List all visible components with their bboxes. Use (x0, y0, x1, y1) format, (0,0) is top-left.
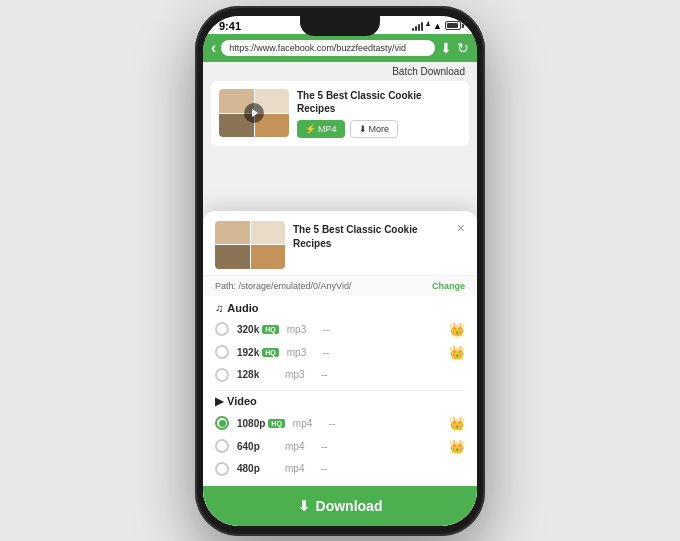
format-1080p: mp4 (293, 418, 321, 429)
modal-body: ♫ Audio 320k HQ mp3 -- 👑 (203, 296, 477, 486)
hq-badge-192k: HQ (262, 348, 279, 357)
hq-badge-320k: HQ (262, 325, 279, 334)
bluetooth-icon: ⁴ (426, 21, 430, 31)
phone-wrapper: 9:41 ⁴ ▲ ‹ http (190, 0, 490, 541)
more-button[interactable]: ⬇ More (350, 120, 399, 138)
size-128k: -- (321, 369, 465, 380)
hq-badge-1080p: HQ (268, 419, 285, 428)
phone-frame: 9:41 ⁴ ▲ ‹ http (195, 6, 485, 536)
radio-1080p[interactable] (215, 416, 229, 430)
notch (300, 16, 380, 36)
video-actions: ⚡ MP4 ⬇ More (297, 120, 461, 138)
video-option-640p[interactable]: 640p mp4 -- 👑 (215, 435, 465, 458)
radio-192k[interactable] (215, 345, 229, 359)
modal-path: Path: /storage/emulated/0/AnyVid/ Change (203, 276, 477, 296)
video-option-480p[interactable]: 480p mp4 -- (215, 458, 465, 480)
quality-192k: 192k HQ (237, 347, 279, 358)
app-content: Batch Download (203, 62, 477, 526)
video-thumbnail (219, 89, 289, 137)
video-card-title: The 5 Best Classic Cookie Recipes (297, 89, 461, 115)
radio-320k[interactable] (215, 322, 229, 336)
quality-640p: 640p (237, 441, 277, 452)
format-192k: mp3 (287, 347, 315, 358)
change-path-link[interactable]: Change (432, 281, 465, 291)
batch-download-label: Batch Download (392, 66, 465, 77)
radio-640p[interactable] (215, 439, 229, 453)
modal-thumbnail (215, 221, 285, 269)
size-320k: -- (323, 324, 441, 335)
wifi-icon: ▲ (433, 21, 442, 31)
download-browser-icon[interactable]: ⬇ (440, 40, 452, 56)
size-192k: -- (323, 347, 441, 358)
status-time: 9:41 (219, 20, 241, 32)
video-icon: ▶ (215, 395, 223, 408)
quality-480p: 480p (237, 463, 277, 474)
download-icon: ⬇ (359, 124, 367, 134)
format-640p: mp4 (285, 441, 313, 452)
video-option-1080p[interactable]: 1080p HQ mp4 -- 👑 (215, 412, 465, 435)
back-button[interactable]: ‹ (211, 39, 216, 57)
mp4-button[interactable]: ⚡ MP4 (297, 120, 345, 138)
premium-icon-320k: 👑 (449, 322, 465, 337)
refresh-icon[interactable]: ↻ (457, 40, 469, 56)
bolt-icon: ⚡ (305, 124, 316, 134)
play-button[interactable] (244, 103, 264, 123)
audio-option-1[interactable]: 320k HQ mp3 -- 👑 (215, 318, 465, 341)
format-320k: mp3 (287, 324, 315, 335)
download-btn-label: Download (316, 498, 383, 514)
browser-icons: ⬇ ↻ (440, 40, 469, 56)
video-card: The 5 Best Classic Cookie Recipes ⚡ MP4 … (211, 81, 469, 146)
size-640p: -- (321, 441, 441, 452)
download-button[interactable]: ⬇ Download (203, 486, 477, 526)
premium-icon-1080p: 👑 (449, 416, 465, 431)
status-icons: ⁴ ▲ (412, 21, 461, 31)
audio-section-title: ♫ Audio (215, 302, 465, 314)
battery-icon (445, 21, 461, 30)
batch-download-bar: Batch Download (203, 62, 477, 81)
premium-icon-192k: 👑 (449, 345, 465, 360)
quality-1080p: 1080p HQ (237, 418, 285, 429)
format-480p: mp4 (285, 463, 313, 474)
quality-128k: 128k (237, 369, 277, 380)
size-1080p: -- (329, 418, 441, 429)
video-section-title: ▶ Video (215, 395, 465, 408)
quality-320k: 320k HQ (237, 324, 279, 335)
close-button[interactable]: × (457, 221, 465, 235)
music-icon: ♫ (215, 302, 223, 314)
section-divider (215, 390, 465, 391)
radio-128k[interactable] (215, 368, 229, 382)
audio-option-2[interactable]: 192k HQ mp3 -- 👑 (215, 341, 465, 364)
audio-option-3[interactable]: 128k mp3 -- (215, 364, 465, 386)
modal-video-title: The 5 Best Classic Cookie Recipes (293, 221, 449, 251)
url-bar[interactable]: https://www.facebook.com/buzzfeedtasty/v… (221, 40, 435, 56)
phone-screen: 9:41 ⁴ ▲ ‹ http (203, 16, 477, 526)
download-btn-icon: ⬇ (298, 498, 310, 514)
premium-icon-640p: 👑 (449, 439, 465, 454)
modal-header: The 5 Best Classic Cookie Recipes × (203, 211, 477, 276)
path-label: Path: /storage/emulated/0/AnyVid/ (215, 281, 351, 291)
signal-icon (412, 21, 423, 31)
radio-480p[interactable] (215, 462, 229, 476)
browser-bar: ‹ https://www.facebook.com/buzzfeedtasty… (203, 34, 477, 62)
format-128k: mp3 (285, 369, 313, 380)
video-info: The 5 Best Classic Cookie Recipes ⚡ MP4 … (297, 89, 461, 138)
download-modal: The 5 Best Classic Cookie Recipes × Path… (203, 211, 477, 526)
size-480p: -- (321, 463, 465, 474)
